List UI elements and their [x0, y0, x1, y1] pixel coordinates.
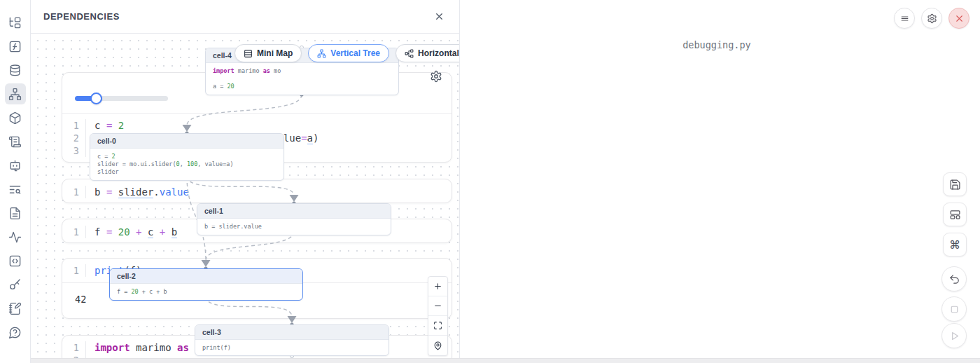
maximize-icon — [433, 321, 442, 330]
play-icon — [948, 330, 960, 342]
scroll-text-icon — [8, 135, 22, 149]
database-icon — [8, 64, 22, 77]
dependencies-panel-header: DEPENDENCIES — [31, 0, 459, 34]
undo-icon — [948, 273, 960, 285]
stop-icon — [948, 303, 960, 315]
graph-zoom-controls — [428, 276, 448, 356]
graph-view-toolbar: Mini Map Vertical Tree Horizontal Tree — [234, 44, 459, 62]
sidebar-item-packages[interactable] — [5, 107, 26, 128]
network-icon — [317, 49, 326, 58]
tree-icon — [8, 16, 22, 29]
keyboard-shortcuts-button[interactable]: ⌘ — [943, 233, 967, 256]
layout-select-button[interactable] — [943, 203, 967, 226]
save-icon — [949, 179, 961, 191]
sidebar-item-file-explorer[interactable] — [5, 12, 26, 33]
box-icon — [8, 111, 22, 125]
panels-icon — [949, 209, 961, 221]
notebook-menu-button[interactable] — [894, 8, 915, 29]
close-icon — [434, 11, 444, 22]
fit-view-button[interactable] — [428, 316, 447, 336]
node-code-line: slider — [97, 168, 276, 176]
graph-node-cell-3[interactable]: cell-3 print(f) — [195, 324, 389, 356]
plus-icon — [433, 282, 442, 291]
notebook-panel: debugging.py — [459, 0, 980, 363]
sidebar-item-scratchpad[interactable] — [5, 298, 26, 319]
node-title: cell-2 — [110, 269, 302, 284]
node-code-line: slider = mo.ui.slider(0, 100, value=a) — [97, 160, 276, 168]
zoom-out-button[interactable] — [428, 296, 447, 316]
network-icon — [8, 88, 22, 101]
sidebar-item-dependency-graph[interactable] — [5, 83, 26, 104]
sidebar-item-data-sources[interactable] — [5, 60, 26, 81]
sidebar-item-secrets[interactable] — [5, 274, 26, 295]
node-code: c = 2slider = mo.ui.slider(0, 100, value… — [90, 149, 284, 180]
notebook-filename[interactable]: debugging.py — [522, 39, 912, 50]
sidebar-item-search[interactable] — [5, 179, 26, 200]
workflow-icon — [405, 49, 414, 58]
node-code-line: import marimo as mo — [213, 67, 391, 75]
node-code-line: f = 20 + c + b — [117, 288, 295, 296]
function-square-icon — [8, 40, 22, 53]
stop-button[interactable] — [941, 296, 967, 322]
node-code-line: a = 20 — [213, 83, 391, 90]
undo-button[interactable] — [941, 266, 967, 292]
node-title: cell-1 — [197, 204, 391, 219]
node-code-line: print(f) — [202, 344, 382, 352]
close-panel-button[interactable] — [431, 9, 447, 25]
minus-icon — [433, 301, 442, 310]
minimap-view-button[interactable]: Mini Map — [234, 44, 302, 62]
save-button[interactable] — [943, 172, 967, 196]
view-button-label: Horizontal Tree — [418, 48, 459, 58]
locate-cell-button[interactable] — [428, 336, 447, 355]
sidebar-item-logs[interactable] — [5, 131, 26, 152]
gear-icon — [927, 13, 937, 24]
icon-sidebar — [0, 0, 31, 363]
view-button-label: Vertical Tree — [330, 48, 380, 58]
horizontal-scrollbar[interactable] — [31, 358, 980, 363]
node-code: f = 20 + c + b — [110, 284, 302, 300]
message-question-icon — [8, 326, 22, 339]
node-title: cell-0 — [90, 134, 284, 149]
dependency-graph-canvas[interactable]: cell-4 import marimo as moa = 20 cell-0 … — [31, 34, 459, 359]
command-icon: ⌘ — [949, 238, 960, 252]
zoom-in-button[interactable] — [428, 277, 447, 296]
dependencies-panel: DEPENDENCIES — [31, 0, 459, 363]
sidebar-item-help[interactable] — [5, 322, 26, 343]
graph-node-cell-2[interactable]: cell-2 f = 20 + c + b — [109, 268, 303, 301]
pin-icon — [433, 341, 442, 350]
node-code-line — [213, 75, 391, 83]
vertical-tree-view-button[interactable]: Vertical Tree — [308, 44, 389, 62]
activity-icon — [8, 231, 22, 244]
sidebar-item-chat[interactable] — [5, 155, 26, 176]
run-all-button[interactable] — [941, 323, 967, 348]
notebook-settings-button[interactable] — [921, 8, 942, 29]
node-code: import marimo as moa = 20 — [206, 63, 398, 95]
node-code-line: c = 2 — [97, 153, 276, 160]
key-icon — [8, 278, 22, 292]
graph-node-cell-0[interactable]: cell-0 c = 2slider = mo.ui.slider(0, 100… — [90, 133, 284, 181]
menu-icon — [899, 13, 910, 24]
close-icon — [954, 13, 965, 24]
node-code-line: b = slider.value — [204, 223, 384, 231]
sidebar-item-snippets[interactable] — [5, 250, 26, 271]
node-code: b = slider.value — [197, 219, 391, 235]
node-title: cell-3 — [195, 325, 388, 340]
gear-icon — [430, 70, 442, 83]
sidebar-item-documentation[interactable] — [5, 203, 26, 224]
rows-icon — [244, 49, 253, 58]
sidebar-item-tracing[interactable] — [5, 226, 26, 247]
square-code-icon — [8, 254, 22, 268]
text-search-icon — [8, 183, 22, 196]
bot-message-icon — [8, 159, 22, 172]
horizontal-tree-view-button[interactable]: Horizontal Tree — [396, 44, 459, 62]
node-code: print(f) — [195, 340, 388, 356]
graph-settings-button[interactable] — [430, 70, 442, 83]
shutdown-button[interactable] — [948, 8, 969, 29]
panel-title: DEPENDENCIES — [43, 11, 120, 22]
view-button-label: Mini Map — [257, 48, 293, 58]
sidebar-item-variables[interactable] — [5, 36, 26, 57]
file-text-icon — [8, 207, 22, 220]
notebook-pen-icon — [8, 302, 22, 315]
graph-node-cell-1[interactable]: cell-1 b = slider.value — [197, 203, 391, 235]
